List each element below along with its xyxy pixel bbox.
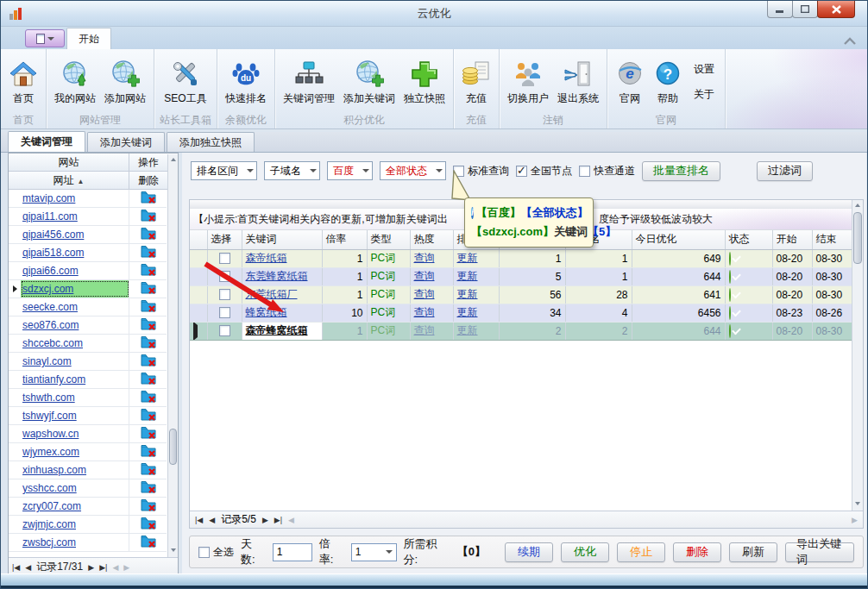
site-row[interactable]: qipai11.com	[9, 208, 167, 226]
site-link[interactable]: tshwth.com	[22, 392, 75, 404]
ribbon-button-首页[interactable]: 首页	[4, 57, 42, 107]
filter-dropdown-全部状态[interactable]: 全部状态	[380, 161, 446, 180]
site-row[interactable]: seo876.com	[9, 316, 167, 335]
filter-button-过滤词[interactable]: 过滤词	[757, 161, 813, 181]
scroll-down-icon[interactable]	[855, 502, 860, 505]
site-row[interactable]: mtavip.com	[9, 190, 167, 208]
app-menu-button[interactable]	[25, 29, 65, 47]
hscroll-left-icon[interactable]: ◀	[112, 563, 118, 572]
site-row[interactable]: xinhuasp.com	[9, 461, 167, 479]
heat-query-link[interactable]: 查询	[414, 288, 435, 300]
table-row[interactable]: 东莞蜂窝纸箱1PC词查询更新5164408-2008-30	[190, 267, 852, 285]
delete-site-button[interactable]	[129, 498, 167, 515]
rank-update-link[interactable]: 更新	[457, 252, 478, 264]
ribbon-button-切换用户[interactable]: 切换用户	[503, 57, 553, 107]
site-row[interactable]: wjymex.com	[9, 443, 167, 461]
url-column-header[interactable]: 网址▲	[9, 172, 129, 189]
column-header-倍率[interactable]: 倍率	[322, 230, 367, 249]
site-link[interactable]: mtavip.com	[22, 192, 75, 204]
keyword-link[interactable]: 蜂窝纸箱	[246, 306, 287, 318]
ribbon-button-SEO工具[interactable]: SEO工具	[160, 57, 211, 107]
site-link[interactable]: zwjmjc.com	[22, 518, 76, 530]
pager-first-button[interactable]: |◀	[195, 516, 203, 524]
operation-column-header[interactable]: 操作	[129, 154, 167, 171]
hscroll-left-icon[interactable]: ◀	[288, 516, 294, 524]
rank-update-link[interactable]: 更新	[457, 306, 478, 318]
table-row[interactable]: 东莞纸箱厂1PC词查询更新562864108-2008-30	[190, 285, 852, 304]
ribbon-button-独立快照[interactable]: 独立快照	[399, 57, 450, 107]
column-header-热度[interactable]: 热度	[410, 230, 453, 249]
days-input[interactable]	[273, 543, 312, 561]
filter-checkbox-快查通道[interactable]: 快查通道	[579, 164, 635, 179]
rank-update-link[interactable]: 更新	[457, 288, 478, 300]
row-checkbox[interactable]	[219, 289, 230, 300]
rank-update-link[interactable]: 更新	[457, 324, 478, 336]
action-button-停止[interactable]: 停止	[617, 542, 665, 562]
ribbon-button-添加关键词[interactable]: 添加关键词	[339, 57, 399, 107]
site-column-header[interactable]: 网站	[9, 154, 129, 171]
keyword-link[interactable]: 森帝纸箱	[246, 252, 287, 264]
delete-site-button[interactable]	[129, 516, 167, 533]
delete-site-button[interactable]	[129, 371, 167, 388]
site-row[interactable]: tiantianfy.com	[9, 371, 167, 389]
site-link[interactable]: shccebc.com	[22, 337, 83, 349]
column-header-类型[interactable]: 类型	[367, 230, 410, 249]
action-button-导出关键词[interactable]: 导出关键词	[785, 542, 854, 562]
pager-next-button[interactable]: ▶	[88, 563, 94, 572]
delete-site-button[interactable]	[129, 389, 167, 406]
ribbon-button-官网[interactable]: e官网	[611, 57, 649, 107]
column-header-选择[interactable]: 选择	[207, 230, 242, 249]
delete-site-button[interactable]	[129, 353, 167, 370]
delete-site-button[interactable]	[129, 244, 167, 261]
site-link[interactable]: zcry007.com	[22, 500, 81, 512]
table-row[interactable]: 森帝纸箱1PC词查询更新1164908-2008-30	[190, 249, 852, 267]
pager-prev-button[interactable]: ◀	[209, 516, 215, 524]
table-row[interactable]: 蜂窝纸箱10PC词查询更新344645608-2308-26	[190, 304, 852, 322]
pager-prev-button[interactable]: ◀	[25, 563, 31, 572]
column-header-状态[interactable]: 状态	[725, 230, 772, 249]
site-row[interactable]: sinayl.com	[9, 353, 167, 371]
site-link[interactable]: qipai456.com	[22, 229, 84, 241]
site-row[interactable]: zwsbcj.com	[9, 534, 167, 552]
pager-last-button[interactable]: ▶|	[99, 563, 107, 572]
heat-query-link[interactable]: 查询	[414, 270, 435, 282]
row-checkbox[interactable]	[219, 271, 230, 282]
page-tab-关键词管理[interactable]: 关键词管理	[8, 131, 85, 152]
heat-query-link[interactable]: 查询	[414, 252, 435, 264]
keyword-link[interactable]: 东莞纸箱厂	[246, 288, 298, 300]
row-checkbox[interactable]	[219, 307, 230, 318]
delete-site-button[interactable]	[129, 479, 167, 497]
hscroll-right-icon[interactable]: ▶	[123, 563, 129, 572]
maximize-button[interactable]	[792, 1, 818, 18]
site-row[interactable]: sdzxcj.com	[9, 280, 167, 298]
close-button[interactable]	[817, 1, 855, 18]
delete-site-button[interactable]	[129, 534, 167, 551]
site-link[interactable]: qipai66.com	[22, 265, 79, 277]
filter-button-批量查排名[interactable]: 批量查排名	[642, 161, 720, 181]
delete-site-button[interactable]	[129, 461, 167, 479]
ribbon-button-我的网站[interactable]: 我的网站	[50, 57, 100, 107]
delete-site-button[interactable]	[129, 443, 167, 461]
select-all-checkbox[interactable]: 全选	[198, 545, 234, 560]
site-link[interactable]: xinhuasp.com	[22, 464, 86, 476]
row-checkbox[interactable]	[219, 253, 230, 264]
ribbon-button-充值[interactable]: 充值	[457, 57, 495, 107]
delete-site-button[interactable]	[129, 316, 167, 334]
ribbon-button-退出系统[interactable]: 退出系统	[553, 57, 603, 107]
site-row[interactable]: zcry007.com	[9, 498, 167, 516]
site-row[interactable]: qipai518.com	[9, 244, 167, 262]
site-link[interactable]: sinayl.com	[22, 355, 72, 367]
page-tab-添加关键词[interactable]: 添加关键词	[87, 132, 165, 152]
site-link[interactable]: ysshcc.com	[22, 482, 77, 494]
page-tab-添加独立快照[interactable]: 添加独立快照	[167, 132, 255, 152]
pager-last-button[interactable]: ▶|	[274, 516, 282, 524]
filter-dropdown-百度[interactable]: 百度	[327, 161, 373, 180]
site-link[interactable]: tiantianfy.com	[22, 373, 85, 385]
table-row[interactable]: 森帝蜂窝纸箱1PC词查询更新2264408-2008-30	[190, 322, 852, 340]
site-row[interactable]: qipai456.com	[9, 226, 167, 244]
site-link[interactable]: sdzxcj.com	[22, 283, 73, 295]
site-link[interactable]: tshwyjf.com	[22, 410, 77, 422]
scroll-up-icon[interactable]	[855, 204, 860, 207]
delete-site-button[interactable]	[129, 280, 167, 298]
site-row[interactable]: zwjmjc.com	[9, 516, 167, 534]
